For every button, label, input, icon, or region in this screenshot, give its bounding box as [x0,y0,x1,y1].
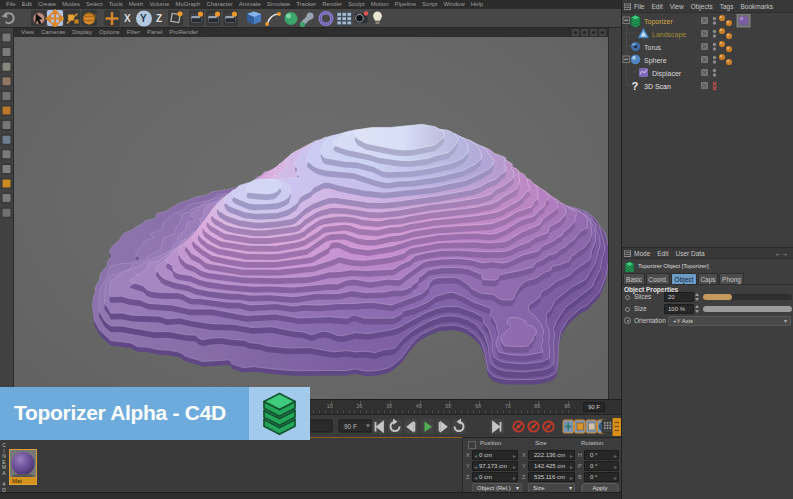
svg-text:Y: Y [140,13,147,24]
svg-text:Torus: Torus [644,44,662,51]
svg-text:Z: Z [156,13,162,24]
svg-text:X: X [124,13,131,24]
svg-text:?: ? [632,80,639,92]
svg-text:Displacer: Displacer [652,70,682,78]
svg-text:Mat: Mat [12,478,22,484]
svg-text:Toporizer: Toporizer [644,18,673,26]
svg-text:Landscape: Landscape [652,31,686,39]
svg-text:Sphere: Sphere [644,57,667,65]
svg-text:90 F: 90 F [344,423,357,430]
svg-text:3D Scan: 3D Scan [644,83,671,90]
